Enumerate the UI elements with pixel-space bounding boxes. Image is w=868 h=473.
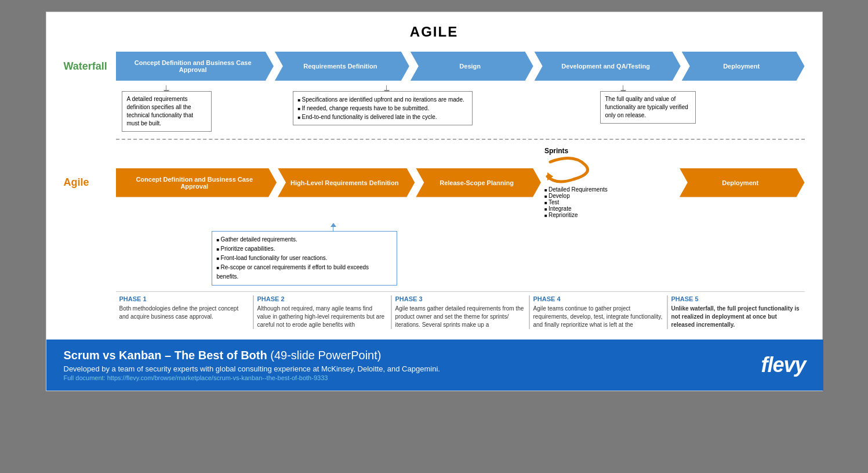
agile-ann-1: Gather detailed requirements. [217,235,392,244]
ag-sprint-1: Detailed Requirements [544,186,608,193]
footer-left: Scrum vs Kanban – The Best of Both (49-s… [64,349,761,381]
wf-annotation-3: The full quality and value of functional… [600,91,696,124]
ag-sprint-4: Integrate [544,205,608,212]
waterfall-annotations: A detailed requirements definition speci… [116,85,805,132]
footer-title: Scrum vs Kanban – The Best of Both (49-s… [64,349,761,362]
ag-phase-1-label: Concept Definition and Business Case App… [123,176,267,190]
flevy-logo: flevy [761,353,805,377]
curved-arrows-icon [544,156,591,185]
waterfall-row: Waterfall Concept Definition and Busines… [64,52,805,81]
phase-col-4: PHASE 4 Agile teams continue to gather p… [529,295,667,329]
agile-ann-list: Gather detailed requirements. Prioritize… [217,235,392,281]
ag-sprint-2: Develop [544,193,608,199]
wf-ann2-item-3: End-to-end functionality is delivered la… [298,113,467,121]
wf-ann3-text: The full quality and value of functional… [605,96,688,118]
section-divider [116,139,805,140]
phase-5-text: Unlike waterfall, the full project funct… [671,305,801,329]
phase-3-text: Agile teams gather detailed requirements… [395,305,525,329]
wf-phase-4: Development and QA/Testing [535,52,681,81]
agile-ann-2: Prioritize capabilities. [217,244,392,254]
wf-phase-2-label: Requirements Definition [303,63,377,70]
agile-row: Agile Concept Definition and Business Ca… [64,147,805,218]
ag-phase-4-label: Sprints [544,147,568,155]
phase-col-3: PHASE 3 Agile teams gather detailed requ… [391,295,529,329]
footer-title-bold: Scrum vs Kanban – The Best of Both [64,349,267,362]
ag-phase-2: High-Level Requirements Definition [278,168,415,197]
ag-phase-3-label: Release-Scope Planning [440,179,514,186]
phase-3-num: PHASE 3 [395,295,525,302]
wf-phase-1-label: Concept Definition and Business Case App… [123,59,263,73]
agile-annotations-area: Gather detailed requirements. Prioritize… [116,223,805,287]
footer: Scrum vs Kanban – The Best of Both (49-s… [46,340,823,391]
phase-2-num: PHASE 2 [257,295,387,302]
phase-col-1: PHASE 1 Both methodologies define the pr… [116,295,253,329]
agile-phases: Concept Definition and Business Case App… [116,147,805,218]
phase-labels-row: PHASE 1 Both methodologies define the pr… [116,291,805,329]
phase-2-text: Although not required, many agile teams … [257,305,387,329]
ag-sprint-5: Reprioritize [544,212,608,218]
phase-4-num: PHASE 4 [533,295,663,302]
wf-ann2-list: Specifications are identified upfront an… [298,95,467,121]
wf-ann2-item-1: Specifications are identified upfront an… [298,95,467,104]
phase-1-num: PHASE 1 [119,295,249,302]
ag-phase-1: Concept Definition and Business Case App… [116,168,277,197]
waterfall-label: Waterfall [64,60,116,73]
ag-phase-2-label: High-Level Requirements Definition [290,179,398,186]
wf-phase-4-label: Development and QA/Testing [561,63,650,70]
footer-link[interactable]: Full document: https://flevy.com/browse/… [64,374,761,381]
ag-sprint-3: Test [544,199,608,205]
footer-title-suffix: (49-slide PowerPoint) [267,349,382,362]
wf-phase-1: Concept Definition and Business Case App… [116,52,274,81]
wf-phase-5-label: Deployment [723,63,760,70]
wf-phase-3: Design [411,52,533,81]
wf-phase-2: Requirements Definition [275,52,409,81]
wf-phase-3-label: Design [459,63,481,70]
phase-4-text: Agile teams continue to gather project r… [533,305,663,329]
waterfall-phases: Concept Definition and Business Case App… [116,52,805,81]
wf-ann2-item-2: If needed, change requests have to be su… [298,104,467,113]
wf-annotation-2: Specifications are identified upfront an… [293,91,473,125]
ag-phase-4: Sprints Detailed Requirements Develop Te… [542,147,678,218]
wf-annotation-1: A detailed requirements definition speci… [122,91,212,132]
page-title: AGILE [64,24,805,40]
wf-ann1-text: A detailed requirements definition speci… [127,96,194,127]
agile-ann-3: Front-load functionality for user reacti… [217,254,392,263]
ag-phase-5: Deployment [680,168,805,197]
phase-col-2: PHASE 2 Although not required, many agil… [253,295,391,329]
phase-1-text: Both methodologies define the project co… [119,305,249,321]
wf-phase-5: Deployment [682,52,805,81]
footer-subtitle: Developed by a team of security experts … [64,364,761,373]
agile-label: Agile [64,176,116,189]
ag-sprint-list: Detailed Requirements Develop Test Integ… [544,186,608,218]
agile-annotation-box: Gather detailed requirements. Prioritize… [212,231,397,286]
phase-5-num: PHASE 5 [671,295,801,302]
phase-col-5: PHASE 5 Unlike waterfall, the full proje… [667,295,805,329]
agile-ann-4: Re-scope or cancel requirements if effor… [217,263,392,281]
ag-phase-5-label: Deployment [722,179,758,186]
ag-phase-3: Release-Scope Planning [416,168,541,197]
